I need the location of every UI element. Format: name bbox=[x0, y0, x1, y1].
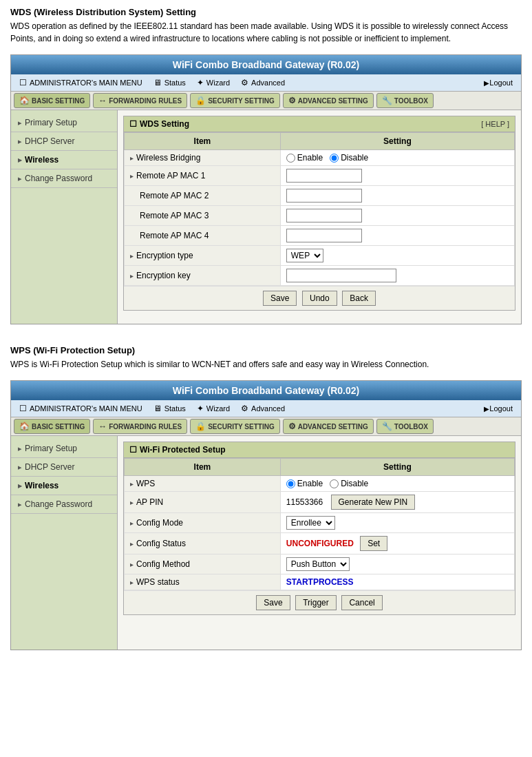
wps-sidebar-item-primary-setup[interactable]: Primary Setup bbox=[11, 439, 117, 458]
generate-pin-button[interactable]: Generate New PIN bbox=[331, 495, 416, 510]
wps-nav-wizard[interactable]: ✦ Wizard bbox=[191, 402, 235, 415]
wps-panel-header: Wi-Fi Protected Setup bbox=[124, 442, 515, 458]
menu-icon: ☐ bbox=[19, 78, 27, 87]
wds-settings-panel: WDS Setting [ HELP ] Item Setting bbox=[123, 116, 515, 311]
wps-nav-status[interactable]: 🖥 Status bbox=[148, 402, 191, 415]
remote-mac4-input[interactable] bbox=[286, 229, 362, 242]
advanced-icon: ⚙ bbox=[241, 78, 248, 87]
wds-bridging-disable-radio[interactable] bbox=[330, 154, 339, 163]
wds-col-item: Item bbox=[125, 133, 281, 150]
remote-mac3-input[interactable] bbox=[286, 209, 362, 222]
table-row: Config Mode Enrollee bbox=[125, 513, 515, 533]
advanced-setting-icon: ⚙ bbox=[288, 96, 296, 105]
wps-status-label: WPS status bbox=[130, 577, 275, 587]
wizard-icon: ✦ bbox=[197, 78, 204, 87]
wps-status-value: STARTPROCESS bbox=[286, 577, 354, 587]
wps-toolbar-toolbox[interactable]: 🔧 TOOLBOX bbox=[376, 419, 434, 434]
config-mode-select[interactable]: Enrollee bbox=[286, 516, 335, 530]
table-row: Wireless Bridging Enable Disable bbox=[125, 150, 515, 166]
wps-settings-table: Item Setting WPS bbox=[124, 458, 515, 590]
wds-undo-button[interactable]: Undo bbox=[302, 291, 337, 306]
wps-menu-icon: ☐ bbox=[19, 404, 27, 413]
encryption-type-label: Encryption type bbox=[130, 251, 275, 260]
wps-toolbar-forwarding-rules[interactable]: ↔ FORWARDING RULES bbox=[93, 419, 187, 434]
wps-sidebar-item-dhcp-server[interactable]: DHCP Server bbox=[11, 458, 117, 477]
config-status-label: Config Status bbox=[130, 539, 275, 548]
wps-trigger-button[interactable]: Trigger bbox=[295, 595, 337, 610]
config-status-set-button[interactable]: Set bbox=[360, 536, 387, 551]
wps-body: Primary Setup DHCP Server Wireless Chang… bbox=[11, 436, 521, 650]
toolbar-advanced-setting[interactable]: ⚙ ADVANCED SETTING bbox=[283, 93, 374, 108]
nav-status[interactable]: 🖥 Status bbox=[148, 76, 191, 90]
wds-body: Primary Setup DHCP Server Wireless Chang… bbox=[11, 110, 521, 324]
wps-save-button[interactable]: Save bbox=[256, 595, 290, 610]
wds-panel-header: WDS Setting [ HELP ] bbox=[124, 116, 515, 132]
wps-sidebar: Primary Setup DHCP Server Wireless Chang… bbox=[11, 436, 118, 650]
wps-toolbar-basic-setting[interactable]: 🏠 BASIC SETTING bbox=[14, 419, 90, 434]
config-status-value: UNCONFIGURED bbox=[286, 539, 354, 548]
wps-status-icon: 🖥 bbox=[153, 404, 162, 413]
wps-settings-panel: Wi-Fi Protected Setup Item Setting WPS bbox=[123, 442, 515, 615]
wds-bridging-disable-label[interactable]: Disable bbox=[330, 153, 368, 163]
wps-sidebar-item-wireless[interactable]: Wireless bbox=[11, 477, 117, 495]
wps-sidebar-item-change-password[interactable]: Change Password bbox=[11, 495, 117, 514]
table-row: Config Status UNCONFIGURED Set bbox=[125, 533, 515, 554]
toolbar-security-setting[interactable]: 🔒 SECURITY SETTING bbox=[190, 93, 280, 108]
nav-logout[interactable]: Logout bbox=[478, 76, 518, 89]
wps-basic-icon: 🏠 bbox=[19, 422, 30, 431]
wps-enable-radio[interactable] bbox=[286, 479, 295, 488]
remote-mac1-input[interactable] bbox=[286, 169, 362, 183]
wps-nav-logout[interactable]: Logout bbox=[478, 402, 518, 415]
sidebar-item-change-password[interactable]: Change Password bbox=[11, 169, 117, 188]
encryption-key-input[interactable] bbox=[286, 269, 396, 282]
nav-wizard[interactable]: ✦ Wizard bbox=[191, 76, 235, 90]
wds-wireless-bridging-label: Wireless Bridging bbox=[130, 153, 275, 163]
config-mode-label: Config Mode bbox=[130, 518, 275, 528]
wds-back-button[interactable]: Back bbox=[342, 291, 376, 306]
wps-toolbar-advanced-setting[interactable]: ⚙ ADVANCED SETTING bbox=[283, 419, 374, 434]
wps-cancel-button[interactable]: Cancel bbox=[341, 595, 382, 610]
toolbar-toolbox[interactable]: 🔧 TOOLBOX bbox=[376, 93, 434, 108]
nav-advanced[interactable]: ⚙ Advanced bbox=[235, 76, 290, 90]
wps-wizard-icon: ✦ bbox=[197, 404, 204, 413]
wds-gateway-frame: WiFi Combo Broadband Gateway (R0.02) ☐ A… bbox=[10, 54, 522, 324]
wps-nav-advanced[interactable]: ⚙ Advanced bbox=[235, 402, 290, 415]
wds-help-link[interactable]: [ HELP ] bbox=[481, 120, 509, 128]
sidebar-item-wireless[interactable]: Wireless bbox=[11, 151, 117, 169]
wds-gateway-title: WiFi Combo Broadband Gateway (R0.02) bbox=[11, 55, 521, 74]
nav-main-menu[interactable]: ☐ ADMINISTRATOR's MAIN MENU bbox=[14, 76, 148, 90]
wds-nav-bar: ☐ ADMINISTRATOR's MAIN MENU 🖥 Status ✦ W… bbox=[11, 74, 521, 92]
wps-nav-main-menu[interactable]: ☐ ADMINISTRATOR's MAIN MENU bbox=[14, 402, 148, 415]
wds-settings-table: Item Setting Wireless Bridging bbox=[124, 132, 515, 286]
remote-mac4-label: Remote AP MAC 4 bbox=[130, 231, 209, 240]
sidebar-item-dhcp-server[interactable]: DHCP Server bbox=[11, 132, 117, 151]
wps-enable-label-radio[interactable]: Enable bbox=[286, 479, 323, 488]
status-icon: 🖥 bbox=[153, 78, 162, 87]
wps-disable-label-radio[interactable]: Disable bbox=[330, 479, 368, 488]
toolbox-icon: 🔧 bbox=[382, 96, 392, 105]
wds-description: WDS operation as defined by the IEEE802.… bbox=[10, 20, 522, 45]
table-row: AP PIN 11553366 Generate New PIN bbox=[125, 492, 515, 513]
sidebar-item-primary-setup[interactable]: Primary Setup bbox=[11, 114, 117, 132]
remote-mac2-input[interactable] bbox=[286, 189, 362, 203]
wps-disable-radio[interactable] bbox=[330, 479, 339, 488]
ap-pin-value: 11553366 bbox=[286, 497, 323, 507]
table-row: Encryption type WEP bbox=[125, 246, 515, 266]
toolbar-forwarding-rules[interactable]: ↔ FORWARDING RULES bbox=[93, 93, 187, 108]
wps-main-content: Wi-Fi Protected Setup Item Setting WPS bbox=[118, 436, 521, 650]
wps-enable-radio-group: Enable Disable bbox=[286, 479, 509, 488]
wds-section: WDS (Wireless Distribution System) Setti… bbox=[10, 7, 522, 45]
wps-col-setting: Setting bbox=[280, 459, 514, 476]
wps-nav-bar: ☐ ADMINISTRATOR's MAIN MENU 🖥 Status ✦ W… bbox=[11, 400, 521, 417]
table-row: Remote AP MAC 2 bbox=[125, 186, 515, 206]
remote-mac3-label: Remote AP MAC 3 bbox=[130, 211, 209, 220]
wps-toolbar-security-setting[interactable]: 🔒 SECURITY SETTING bbox=[190, 419, 280, 434]
config-method-select[interactable]: Push Button bbox=[286, 557, 350, 571]
encryption-type-select[interactable]: WEP bbox=[286, 249, 323, 262]
toolbar-basic-setting[interactable]: 🏠 BASIC SETTING bbox=[14, 93, 90, 108]
encryption-key-label: Encryption key bbox=[130, 271, 275, 280]
wds-save-button[interactable]: Save bbox=[263, 291, 297, 306]
wds-bridging-enable-label[interactable]: Enable bbox=[286, 153, 323, 163]
wps-toolbox-icon: 🔧 bbox=[382, 422, 392, 431]
wds-bridging-enable-radio[interactable] bbox=[286, 154, 295, 163]
